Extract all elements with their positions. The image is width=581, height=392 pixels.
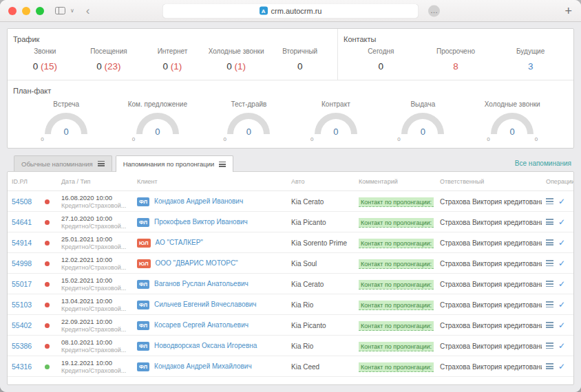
worksheet-id-link[interactable]: 54641 <box>12 218 32 226</box>
worksheet-id-link[interactable]: 55402 <box>12 321 32 329</box>
table-row: 55386 08.10.2021 10:00 Кредитно/Страхово… <box>8 336 573 356</box>
operations-menu-icon[interactable] <box>546 198 553 204</box>
operations-menu-icon[interactable] <box>546 363 553 369</box>
operations-menu-icon[interactable] <box>546 281 553 287</box>
worksheet-id-link[interactable]: 54998 <box>12 259 32 268</box>
gauge-scale: 0 <box>310 136 361 142</box>
stats-row: Трафик Звонки 0 (15) Посещения 0 (23) Ин… <box>8 29 573 80</box>
comment-badge[interactable]: Контакт по пролонгации: <box>359 239 434 248</box>
comment-badge[interactable]: Контакт по пролонгации: <box>359 342 434 351</box>
row-responsible: Страхова Виктория кредитованию <box>440 239 542 247</box>
window-controls <box>8 7 44 15</box>
row-type: Кредитно/Страховой... <box>61 264 129 271</box>
row-type: Кредитно/Страховой... <box>61 243 129 250</box>
stat-value: 0 (1) <box>140 61 204 72</box>
complete-check-icon[interactable]: ✓ <box>558 341 565 351</box>
operations-menu-icon[interactable] <box>546 260 553 266</box>
client-link[interactable]: Прокофьев Виктор Иванович <box>154 218 248 226</box>
gauge: Выдача 0 0 <box>397 100 448 142</box>
more-options-button[interactable]: … <box>428 5 440 17</box>
complete-check-icon[interactable]: ✓ <box>558 279 565 289</box>
status-dot <box>45 323 50 328</box>
client-link[interactable]: Новодворская Оксана Игоревна <box>154 342 257 349</box>
gauge-arc: 0 <box>136 113 179 134</box>
worksheet-id-link[interactable]: 55386 <box>12 342 32 350</box>
row-date: 08.10.2021 10:00 <box>61 338 129 346</box>
comment-badge[interactable]: Контакт по пролонгации: <box>359 362 434 372</box>
tab-prolongation-reminders[interactable]: Напоминания по пролонгации <box>116 155 234 172</box>
comment-badge[interactable]: Контакт по пролонгации: <box>359 321 434 331</box>
tab-regular-reminders[interactable]: Обычные напоминания <box>14 155 112 171</box>
worksheet-id-link[interactable]: 54316 <box>12 362 32 371</box>
operations-menu-icon[interactable] <box>546 322 553 328</box>
comment-badge[interactable]: Контакт по пролонгации: <box>359 218 434 228</box>
row-type: Кредитно/Страховой... <box>61 285 129 292</box>
url-text: crm.autocrm.ru <box>271 7 322 15</box>
minimize-window-button[interactable] <box>22 7 30 15</box>
client-link[interactable]: АО "СТАЛКЕР" <box>155 239 202 246</box>
row-date: 27.10.2020 10:00 <box>61 215 129 222</box>
new-tab-button[interactable]: + <box>564 5 572 17</box>
close-window-button[interactable] <box>8 7 17 15</box>
worksheet-id-link[interactable]: 54914 <box>12 239 32 247</box>
operations-menu-icon[interactable] <box>546 239 553 246</box>
table-row: 54914 25.01.2021 10:00 Кредитно/Страхово… <box>8 232 573 253</box>
client-type-badge: ФЛ <box>137 342 149 351</box>
back-button[interactable]: ‹ <box>86 5 90 17</box>
header-operations: Операции <box>542 172 573 191</box>
client-link[interactable]: Кондаков Андрей Михайлович <box>154 362 252 370</box>
complete-check-icon[interactable]: ✓ <box>558 238 565 248</box>
stat-value: 0 (23) <box>77 61 141 72</box>
row-type: Кредитно/Страховой... <box>61 223 129 230</box>
gauge-min: 0 <box>397 136 400 142</box>
sidebar-toggle-icon[interactable] <box>55 7 65 14</box>
hamburger-icon[interactable] <box>219 162 226 167</box>
gauge-value: 0 <box>510 127 515 137</box>
fullscreen-window-button[interactable] <box>36 7 44 15</box>
chevron-down-icon[interactable]: ∨ <box>70 8 74 14</box>
comment-badge[interactable]: Контакт по пролонгации: <box>359 259 434 269</box>
complete-check-icon[interactable]: ✓ <box>558 320 565 330</box>
worksheet-id-link[interactable]: 55017 <box>12 280 32 288</box>
gauge-label: Выдача <box>410 100 435 108</box>
client-link[interactable]: ООО "ДВАРИС МОТОРС" <box>155 259 237 267</box>
complete-check-icon[interactable]: ✓ <box>558 197 565 206</box>
comment-badge[interactable]: Контакт по пролонгации: <box>359 197 434 207</box>
table-row: 54641 27.10.2020 10:00 Кредитно/Страхово… <box>8 212 573 232</box>
complete-check-icon[interactable]: ✓ <box>558 300 565 309</box>
comment-badge[interactable]: Контакт по пролонгации: <box>359 280 434 290</box>
worksheet-id-link[interactable]: 55103 <box>12 301 32 309</box>
stat-extra: (23) <box>105 61 121 72</box>
complete-check-icon[interactable]: ✓ <box>558 217 565 227</box>
worksheet-id-link[interactable]: 54508 <box>12 197 32 206</box>
dashboard-panel: Трафик Звонки 0 (15) Посещения 0 (23) Ин… <box>7 28 574 149</box>
row-responsible: Страхова Виктория кредитованию <box>440 219 542 226</box>
row-date: 13.04.2021 10:00 <box>61 297 129 305</box>
operations-menu-icon[interactable] <box>546 219 553 225</box>
comment-badge[interactable]: Контакт по пролонгации: <box>359 301 434 310</box>
reminders-table-body: 54508 16.08.2020 10:00 Кредитно/Страхово… <box>8 191 573 377</box>
gauge: Контракт 0 0 <box>310 100 361 142</box>
reminders-section: Обычные напоминания Напоминания по проло… <box>7 155 574 385</box>
gauge-value: 0 <box>333 127 338 137</box>
client-link[interactable]: Ваганов Руслан Анатольевич <box>154 280 249 287</box>
contacts-title: Контакты <box>344 35 568 43</box>
all-reminders-link[interactable]: Все напоминания <box>515 160 574 171</box>
header-id: ID.РЛ <box>8 172 41 191</box>
row-responsible: Страхова Виктория кредитованию <box>440 301 542 309</box>
operations-menu-icon[interactable] <box>546 301 553 307</box>
traffic-title: Трафик <box>13 35 332 43</box>
complete-check-icon[interactable]: ✓ <box>558 259 565 268</box>
client-link[interactable]: Кондаков Андрей Иванович <box>154 197 243 205</box>
client-link[interactable]: Сильчев Евгений Вячеславович <box>154 301 257 308</box>
complete-check-icon[interactable]: ✓ <box>558 362 565 371</box>
gauge-label: Холодные звонки <box>485 100 540 108</box>
address-bar[interactable]: A crm.autocrm.ru <box>162 3 419 18</box>
gauge-value: 0 <box>64 127 69 137</box>
stat-value: 0 (1) <box>204 61 268 72</box>
client-link[interactable]: Косарев Сергей Анатольевич <box>154 321 249 329</box>
operations-menu-icon[interactable] <box>546 342 553 349</box>
hamburger-icon[interactable] <box>98 161 105 166</box>
gauge-min: 0 <box>223 136 226 142</box>
browser-toolbar: ∨ ‹ A crm.autocrm.ru … + <box>0 0 581 22</box>
